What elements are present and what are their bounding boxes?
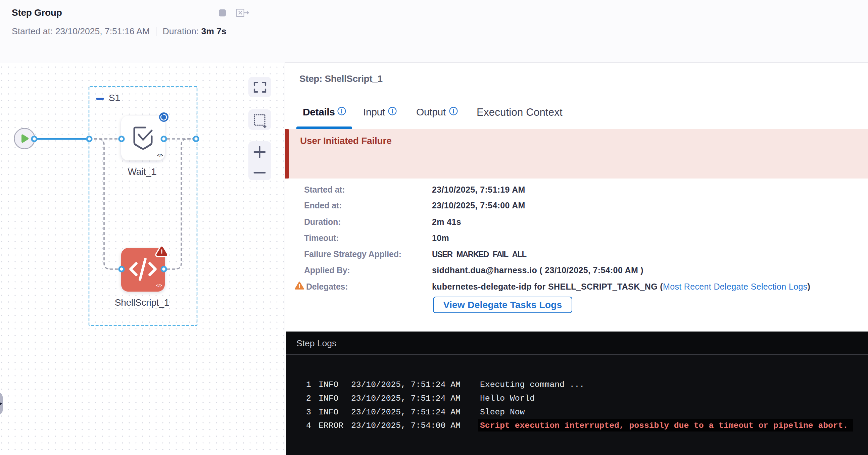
svg-text:</>: </>	[157, 153, 163, 158]
svg-text:</>: </>	[156, 283, 162, 288]
